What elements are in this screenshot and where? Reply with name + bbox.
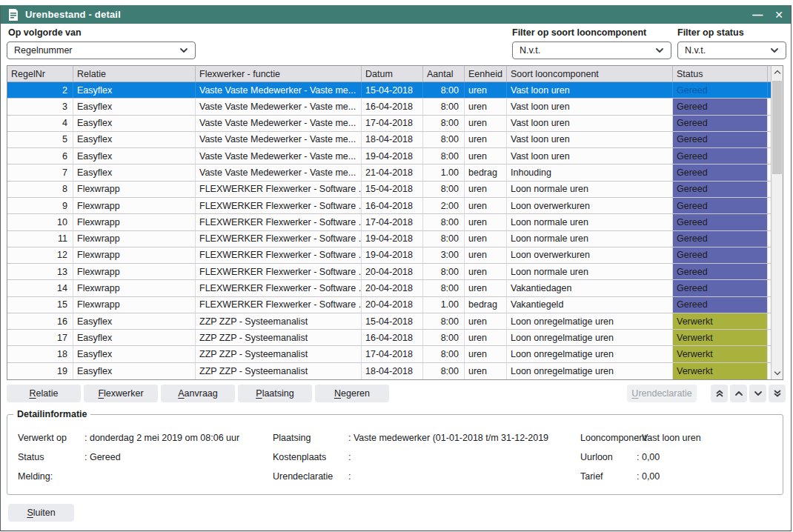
cell-datum: 19-04-2018 — [362, 247, 423, 263]
cell-relatie: Easyflex — [73, 99, 196, 114]
cell-looncomponent: Loon normale uren — [507, 264, 673, 279]
cell-datum: 15-04-2018 — [362, 82, 423, 98]
cell-relatie: Easyflex — [73, 132, 196, 147]
cell-flexwerker: FLEXWERKER Flexwerker - Software ... — [196, 214, 362, 230]
detail-field: Plaatsing : Vaste medewerker (01-01-2018… — [273, 433, 584, 443]
sort-label: Op volgorde van — [8, 27, 82, 38]
relatie-button[interactable]: Relatie — [7, 385, 81, 402]
field-label: Urendeclaratie — [273, 471, 333, 482]
table-scrollbar[interactable] — [771, 66, 783, 379]
cell-aantal: 8:00 — [423, 313, 465, 329]
cell-flexwerker: FLEXWERKER Flexwerker - Software ... — [196, 247, 362, 263]
cell-datum: 15-04-2018 — [362, 182, 423, 197]
last-row-button[interactable] — [769, 385, 786, 402]
prev-row-button[interactable] — [730, 385, 747, 402]
cell-eenheid: uren — [465, 148, 507, 164]
cell-flexwerker: ZZP ZZP - Systeemanalist — [196, 330, 362, 345]
cell-eenheid: uren — [465, 280, 507, 296]
cell-datum: 16-04-2018 — [362, 198, 423, 213]
cell-looncomponent: Loon onregelmatige uren — [507, 363, 673, 379]
cell-flexwerker: FLEXWERKER Flexwerker - Software ... — [196, 264, 362, 279]
cell-regelnr: 3 — [7, 99, 73, 114]
aanvraag-button[interactable]: Aanvraag — [161, 385, 235, 402]
field-value: : 0,00 — [637, 452, 660, 462]
cell-looncomponent: Loon normale uren — [507, 182, 673, 197]
cell-eenheid: uren — [465, 330, 507, 345]
urendeclaratie-button[interactable]: Urendeclaratie — [627, 385, 697, 402]
cell-looncomponent: Vast loon uren — [507, 132, 673, 147]
first-row-button[interactable] — [711, 385, 728, 402]
table-row[interactable]: 8FlexwrappFLEXWERKER Flexwerker - Softwa… — [7, 182, 771, 198]
column-header-looncomponent: Soort looncomponent — [507, 66, 673, 82]
table-row[interactable]: 7EasyflexVaste Vaste Medewerker - Vaste … — [7, 164, 771, 181]
cell-relatie: Flexwrapp — [73, 214, 196, 230]
plaatsing-button[interactable]: Plaatsing — [238, 385, 312, 402]
table-row[interactable]: 17EasyflexZZP ZZP - Systeemanalist16-04-… — [7, 330, 771, 346]
negeren-button[interactable]: Negeren — [315, 385, 389, 402]
table-row[interactable]: 2EasyflexVaste Vaste Medewerker - Vaste … — [7, 82, 771, 99]
detail-field: Kostenplaats : — [273, 452, 584, 462]
chevron-down-icon — [655, 47, 664, 53]
table-row[interactable]: 3EasyflexVaste Vaste Medewerker - Vaste … — [7, 99, 771, 115]
table-row[interactable]: 4EasyflexVaste Vaste Medewerker - Vaste … — [7, 116, 771, 132]
minimize-button[interactable]: — — [752, 10, 763, 20]
cell-relatie: Flexwrapp — [73, 264, 196, 279]
table-header: RegelNr Relatie Flexwerker - functie Dat… — [7, 66, 771, 82]
sort-dropdown[interactable]: Regelnummer — [7, 41, 196, 59]
scrollbar-up-arrow-icon[interactable] — [772, 66, 783, 79]
close-button[interactable]: ✕ — [774, 10, 783, 20]
cell-regelnr: 5 — [7, 132, 73, 147]
cell-looncomponent: Vakantiedagen — [507, 280, 673, 296]
cell-datum: 17-04-2018 — [362, 346, 423, 362]
detail-panel-legend: Detailinformatie — [13, 409, 90, 419]
cell-looncomponent: Loon onregelmatige uren — [507, 346, 673, 362]
table-row[interactable]: 16EasyflexZZP ZZP - Systeemanalist15-04-… — [7, 313, 771, 330]
status-badge: Verwerkt — [673, 313, 768, 329]
status-badge: Gereed — [673, 148, 768, 164]
filter-status-label: Filter op status — [677, 27, 744, 38]
table-row[interactable]: 10FlexwrappFLEXWERKER Flexwerker - Softw… — [7, 214, 771, 230]
field-value: : — [348, 452, 351, 462]
cell-eenheid: uren — [465, 313, 507, 329]
detail-field: Tarief : 0,00 — [580, 471, 773, 482]
table-row[interactable]: 5EasyflexVaste Vaste Medewerker - Vaste … — [7, 132, 771, 148]
flexwerker-button[interactable]: Flexwerker — [84, 385, 158, 402]
table-row[interactable]: 12FlexwrappFLEXWERKER Flexwerker - Softw… — [7, 247, 771, 264]
cell-eenheid: uren — [465, 82, 507, 98]
sluiten-button[interactable]: Sluiten — [8, 504, 74, 522]
cell-eenheid: bedrag — [465, 164, 507, 180]
scrollbar-down-arrow-icon[interactable] — [772, 367, 783, 379]
status-badge: Gereed — [673, 264, 768, 279]
cell-flexwerker: Vaste Vaste Medewerker - Vaste me... — [196, 99, 362, 114]
table-row[interactable]: 15FlexwrappFLEXWERKER Flexwerker - Softw… — [7, 297, 771, 313]
table-row[interactable]: 9FlexwrappFLEXWERKER Flexwerker - Softwa… — [7, 198, 771, 214]
next-row-button[interactable] — [749, 385, 766, 402]
cell-relatie: Easyflex — [73, 363, 196, 379]
table-row[interactable]: 6EasyflexVaste Vaste Medewerker - Vaste … — [7, 148, 771, 164]
titlebar: Urenbestand - detail — ✕ — [1, 5, 791, 24]
field-value: : Vaste medewerker (01-01-2018 t/m 31-12… — [348, 433, 548, 443]
detail-panel: Detailinformatie Verwerkt op : donderdag… — [7, 409, 783, 495]
table-row[interactable]: 14FlexwrappFLEXWERKER Flexwerker - Softw… — [7, 280, 771, 296]
table-row[interactable]: 18EasyflexZZP ZZP - Systeemanalist17-04-… — [7, 346, 771, 362]
filter-status-dropdown[interactable]: N.v.t. — [677, 41, 786, 59]
cell-regelnr: 2 — [7, 82, 73, 98]
field-label: Status — [18, 452, 44, 462]
cell-eenheid: uren — [465, 247, 507, 263]
screen: Urenbestand - detail — ✕ Op volgorde van… — [0, 0, 793, 532]
table-row[interactable]: 19EasyflexZZP ZZP - Systeemanalist18-04-… — [7, 363, 771, 379]
cell-aantal: 1.00 — [423, 297, 465, 313]
cell-looncomponent: Loon onregelmatige uren — [507, 330, 673, 345]
table-row[interactable]: 11FlexwrappFLEXWERKER Flexwerker - Softw… — [7, 231, 771, 247]
filter-component-dropdown[interactable]: N.v.t. — [512, 41, 671, 59]
cell-looncomponent: Loon normale uren — [507, 214, 673, 230]
cell-eenheid: uren — [465, 132, 507, 147]
table-row[interactable]: 13FlexwrappFLEXWERKER Flexwerker - Softw… — [7, 264, 771, 280]
filter-component-value: N.v.t. — [520, 45, 655, 56]
column-header-relatie: Relatie — [73, 66, 196, 82]
urenbestand-detail-window: Urenbestand - detail — ✕ Op volgorde van… — [0, 5, 792, 531]
cell-datum: 17-04-2018 — [362, 116, 423, 131]
column-header-status: Status — [673, 66, 768, 82]
scrollbar-thumb[interactable] — [772, 81, 782, 174]
cell-regelnr: 14 — [7, 280, 73, 296]
